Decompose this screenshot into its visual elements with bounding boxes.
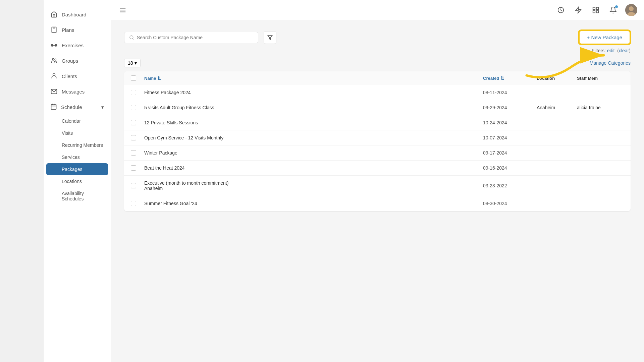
svg-rect-20 xyxy=(596,7,598,9)
sidebar: Dashboard Plans Exercises Groups Clients… xyxy=(44,0,111,362)
sidebar-sub-item-packages[interactable]: Packages xyxy=(46,163,108,175)
row-created-5: 09-16-2024 xyxy=(483,165,537,171)
row-name-text-6: Executive (month to month commitment) xyxy=(144,180,483,186)
row-checkbox-5[interactable] xyxy=(131,165,144,171)
avatar[interactable] xyxy=(625,4,637,16)
calendar-icon xyxy=(50,103,57,111)
svg-line-27 xyxy=(132,38,133,39)
sidebar-sub-item-locations[interactable]: Locations xyxy=(44,175,111,187)
row-checkbox-3[interactable] xyxy=(131,135,144,140)
mail-icon xyxy=(50,88,58,95)
row-select-checkbox-7[interactable] xyxy=(131,201,136,206)
grid-icon[interactable] xyxy=(590,5,601,15)
table-body: Fitness Package 2024 08-11-2024 5 visits… xyxy=(124,85,631,211)
row-created-1: 09-29-2024 xyxy=(483,105,537,110)
col-header-name-label: Name xyxy=(144,76,156,81)
manage-categories-link[interactable]: Manage Categories xyxy=(590,60,631,66)
per-page-select[interactable]: 18 ▾ xyxy=(124,59,141,67)
search-input[interactable] xyxy=(137,35,253,40)
bolt-icon[interactable] xyxy=(573,5,584,15)
row-select-checkbox-1[interactable] xyxy=(131,105,136,110)
chevron-down-icon: ▾ xyxy=(101,104,104,110)
sort-icon: ⇅ xyxy=(157,76,161,81)
row-checkbox-1[interactable] xyxy=(131,105,144,110)
controls-row: + New Package xyxy=(124,30,631,45)
row-select-checkbox-3[interactable] xyxy=(131,135,136,140)
svg-rect-5 xyxy=(56,44,56,47)
col-header-checkbox xyxy=(131,75,144,81)
row-select-checkbox-5[interactable] xyxy=(131,165,136,171)
svg-point-26 xyxy=(130,36,133,39)
filters-edit-link[interactable]: edit xyxy=(607,48,615,53)
row-created-6: 03-23-2022 xyxy=(483,183,537,188)
sidebar-item-groups[interactable]: Groups xyxy=(44,53,111,68)
row-select-checkbox-2[interactable] xyxy=(131,120,136,125)
sidebar-item-exercises[interactable]: Exercises xyxy=(44,38,111,53)
svg-rect-0 xyxy=(53,27,55,28)
col-header-created[interactable]: Created ⇅ xyxy=(483,75,537,81)
table-row: Summer Fitness Goal '24 08-30-2024 xyxy=(124,196,631,211)
row-created-2: 10-24-2024 xyxy=(483,120,537,125)
table-row: Winter Package 09-17-2024 xyxy=(124,145,631,161)
row-staff-1: alicia traine xyxy=(577,105,624,110)
row-name-text-2: 12 Private Skills Sessions xyxy=(144,120,483,125)
sidebar-sub-item-label: Visits xyxy=(62,130,73,136)
row-checkbox-0[interactable] xyxy=(131,90,144,95)
sidebar-item-label: Dashboard xyxy=(62,12,86,17)
row-name-text-7: Summer Fitness Goal '24 xyxy=(144,201,483,206)
sidebar-item-label: Exercises xyxy=(62,43,84,48)
row-name-7: Summer Fitness Goal '24 xyxy=(144,201,483,206)
row-checkbox-6[interactable] xyxy=(131,183,144,188)
row-select-checkbox-4[interactable] xyxy=(131,150,136,156)
sidebar-sub-item-availability[interactable]: Availability Schedules xyxy=(44,187,111,205)
search-icon xyxy=(129,35,134,40)
sidebar-item-label: Groups xyxy=(62,58,78,64)
sidebar-item-label: Clients xyxy=(62,73,77,79)
packages-table: Name ⇅ Created ⇅ Location Staff Mem F xyxy=(124,71,631,211)
row-name-1: 5 visits Adult Group Fitness Class xyxy=(144,105,483,110)
table-row: Fitness Package 2024 08-11-2024 xyxy=(124,85,631,100)
table-row: Open Gym Service - 12 Visits Monthly 10-… xyxy=(124,130,631,145)
sidebar-item-clients[interactable]: Clients xyxy=(44,68,111,84)
sidebar-sub-item-recurring-members[interactable]: Recurring Members xyxy=(44,139,111,151)
clipboard-icon xyxy=(50,26,58,34)
sidebar-sub-item-services[interactable]: Services xyxy=(44,151,111,163)
col-header-created-label: Created xyxy=(483,76,499,81)
row-checkbox-2[interactable] xyxy=(131,120,144,125)
col-header-staff: Staff Mem xyxy=(577,75,624,81)
sidebar-item-plans[interactable]: Plans xyxy=(44,22,111,38)
new-package-button[interactable]: + New Package xyxy=(579,30,631,45)
bell-icon[interactable] xyxy=(608,5,619,15)
filter-button[interactable] xyxy=(264,31,276,44)
row-created-7: 08-30-2024 xyxy=(483,201,537,206)
history-icon[interactable] xyxy=(555,5,566,15)
sidebar-item-messages[interactable]: Messages xyxy=(44,84,111,99)
row-name-5: Beat the Heat 2024 xyxy=(144,165,483,171)
sidebar-item-label: Schedule xyxy=(61,104,82,110)
svg-rect-22 xyxy=(596,10,598,12)
topbar-right xyxy=(555,4,637,16)
row-name-4: Winter Package xyxy=(144,150,483,156)
svg-rect-21 xyxy=(593,10,595,12)
row-checkbox-7[interactable] xyxy=(131,201,144,206)
row-created-3: 10-07-2024 xyxy=(483,135,537,140)
sidebar-sub-item-calendar[interactable]: Calendar xyxy=(44,115,111,127)
sidebar-item-dashboard[interactable]: Dashboard xyxy=(44,7,111,22)
filters-clear-link[interactable]: clear xyxy=(619,48,629,53)
col-header-staff-label: Staff Mem xyxy=(577,76,598,81)
col-header-name[interactable]: Name ⇅ xyxy=(144,75,483,81)
row-name-text-5: Beat the Heat 2024 xyxy=(144,165,483,171)
per-page-value: 18 xyxy=(128,60,133,66)
row-select-checkbox-0[interactable] xyxy=(131,90,136,95)
svg-rect-10 xyxy=(51,104,56,109)
row-name-0: Fitness Package 2024 xyxy=(144,90,483,95)
menu-icon[interactable] xyxy=(117,5,128,15)
sidebar-sub-item-label: Locations xyxy=(62,179,82,184)
row-select-checkbox-6[interactable] xyxy=(131,183,136,188)
sidebar-sub-item-label: Recurring Members xyxy=(62,142,103,148)
sidebar-item-schedule[interactable]: Schedule ▾ xyxy=(44,99,111,115)
row-checkbox-4[interactable] xyxy=(131,150,144,156)
select-all-checkbox[interactable] xyxy=(131,75,136,81)
topbar-left xyxy=(117,5,128,15)
sidebar-sub-item-visits[interactable]: Visits xyxy=(44,127,111,139)
